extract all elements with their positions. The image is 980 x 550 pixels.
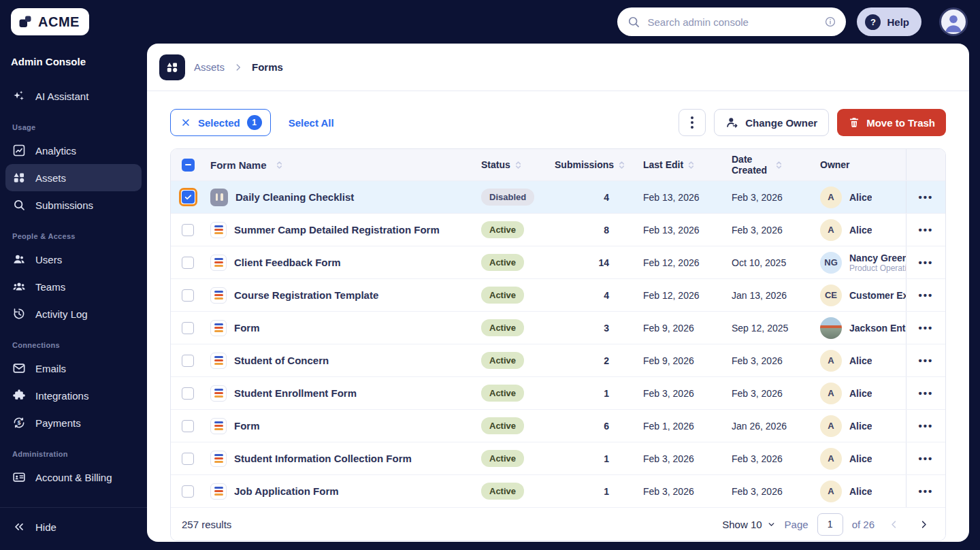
sidebar-item-payments[interactable]: $Payments xyxy=(5,409,142,436)
select-all-checkbox[interactable] xyxy=(182,159,195,172)
mail-icon xyxy=(12,361,26,375)
row-actions-button[interactable]: ••• xyxy=(919,290,934,300)
collapse-icon xyxy=(12,520,26,534)
row-checkbox[interactable] xyxy=(182,289,194,302)
row-actions-button[interactable]: ••• xyxy=(919,453,934,464)
results-count: 257 results xyxy=(182,519,231,530)
change-owner-label: Change Owner xyxy=(745,117,817,129)
row-actions-button[interactable]: ••• xyxy=(919,388,934,398)
next-page-button[interactable] xyxy=(913,519,934,530)
form-name[interactable]: Course Registration Template xyxy=(205,279,470,311)
row-actions-button[interactable]: ••• xyxy=(919,192,934,202)
table-row: Course Registration TemplateActive4Feb 1… xyxy=(171,279,945,312)
sort-icon[interactable] xyxy=(274,160,284,170)
sort-icon[interactable] xyxy=(513,160,523,170)
form-name[interactable]: Client Feedback Form xyxy=(205,246,470,278)
date-created: Sep 12, 2025 xyxy=(722,312,811,344)
form-name[interactable]: Form xyxy=(205,410,470,442)
date-created: Feb 3, 2026 xyxy=(722,344,811,376)
chevron-right-icon xyxy=(233,63,243,72)
move-to-trash-label: Move to Trash xyxy=(866,117,935,129)
form-name[interactable]: Form xyxy=(205,312,470,344)
form-name[interactable]: Summer Camp Detailed Registration Form xyxy=(205,214,470,246)
row-checkbox[interactable] xyxy=(182,224,194,236)
acme-logo[interactable]: ACME xyxy=(11,8,89,35)
row-checkbox[interactable] xyxy=(182,453,194,465)
sort-icon[interactable] xyxy=(617,160,627,170)
breadcrumb-parent[interactable]: Assets xyxy=(194,61,225,73)
info-icon[interactable] xyxy=(824,16,836,28)
clear-selection-button[interactable]: Selected 1 xyxy=(170,109,271,136)
sidebar-item-analytics[interactable]: Analytics xyxy=(5,137,142,164)
row-actions-button[interactable]: ••• xyxy=(919,257,934,268)
change-owner-button[interactable]: Change Owner xyxy=(714,109,829,136)
search-icon xyxy=(627,15,640,29)
submissions-count: 4 xyxy=(545,181,627,213)
user-avatar[interactable] xyxy=(939,7,968,36)
row-checkbox[interactable] xyxy=(182,420,194,432)
form-name[interactable]: Daily Cleaning Checklist xyxy=(205,181,470,213)
teams-icon xyxy=(12,280,26,293)
help-label: Help xyxy=(887,16,909,28)
row-actions-button[interactable]: ••• xyxy=(919,355,934,366)
table-footer: 257 results Show 10 Page of 26 xyxy=(171,508,945,540)
form-name[interactable]: Job Application Form xyxy=(205,475,470,507)
form-name[interactable]: Student of Concern xyxy=(205,344,470,376)
row-checkbox-checked[interactable] xyxy=(179,188,197,206)
move-to-trash-button[interactable]: Move to Trash xyxy=(837,109,946,136)
row-checkbox[interactable] xyxy=(182,387,194,400)
owner-avatar: A xyxy=(820,448,842,470)
form-name[interactable]: Student Information Collection Form xyxy=(205,442,470,474)
owner-cell: AAlice xyxy=(811,344,906,376)
sidebar-item-teams[interactable]: Teams xyxy=(5,273,142,300)
assets-icon xyxy=(159,54,185,80)
sidebar-item-integrations[interactable]: Integrations xyxy=(5,382,142,409)
chevron-down-icon xyxy=(767,520,776,529)
sidebar-item-label: Users xyxy=(35,254,62,265)
row-actions-button[interactable]: ••• xyxy=(919,323,934,333)
search-input[interactable] xyxy=(647,16,817,28)
sidebar-item-account-billing[interactable]: Account & Billing xyxy=(5,464,142,491)
brand-name: ACME xyxy=(38,14,80,30)
row-checkbox[interactable] xyxy=(182,355,194,367)
person-icon xyxy=(942,11,965,34)
show-per-page-select[interactable]: Show 10 xyxy=(722,519,775,530)
svg-text:$: $ xyxy=(18,419,21,426)
magnifier-icon xyxy=(12,198,26,212)
sidebar-hide-button[interactable]: Hide xyxy=(5,513,142,540)
sidebar-item-ai-assistant[interactable]: AI Assistant xyxy=(5,82,142,110)
table-row: Student of ConcernActive2Feb 9, 2026Feb … xyxy=(171,344,945,377)
trash-icon xyxy=(848,116,860,129)
status-badge: Active xyxy=(481,385,524,402)
row-checkbox[interactable] xyxy=(182,322,194,334)
previous-page-button[interactable] xyxy=(883,519,904,530)
row-checkbox[interactable] xyxy=(182,485,194,498)
sidebar-item-emails[interactable]: Emails xyxy=(5,355,142,382)
page-number-input[interactable] xyxy=(817,513,843,536)
sidebar-item-users[interactable]: Users xyxy=(5,246,142,273)
row-actions-button[interactable]: ••• xyxy=(919,421,934,431)
owner-cell: Jackson Enter xyxy=(811,312,906,344)
row-checkbox[interactable] xyxy=(182,257,194,269)
sidebar-item-label: Teams xyxy=(35,281,65,293)
table-row: FormActive3Feb 9, 2026Sep 12, 2025Jackso… xyxy=(171,312,945,344)
sort-icon[interactable] xyxy=(774,160,784,170)
sort-icon[interactable] xyxy=(686,160,696,170)
sidebar-item-activity-log[interactable]: Activity Log xyxy=(5,300,142,327)
table-row: Summer Camp Detailed Registration FormAc… xyxy=(171,214,945,246)
selected-label: Selected xyxy=(198,117,240,129)
status-badge: Disabled xyxy=(481,189,534,206)
show-label: Show 10 xyxy=(722,519,762,530)
sidebar-item-submissions[interactable]: Submissions xyxy=(5,191,142,219)
select-all-link[interactable]: Select All xyxy=(289,117,334,129)
sidebar-item-assets[interactable]: Assets xyxy=(5,164,142,191)
submissions-count: 1 xyxy=(545,377,627,409)
row-actions-button[interactable]: ••• xyxy=(919,486,934,496)
history-icon xyxy=(12,307,26,321)
status-badge: Active xyxy=(481,417,524,434)
row-actions-button[interactable]: ••• xyxy=(919,225,934,235)
last-edit-date: Feb 9, 2026 xyxy=(627,344,722,376)
form-name[interactable]: Student Enrollment Form xyxy=(205,377,470,409)
help-button[interactable]: ? Help xyxy=(857,7,921,36)
more-actions-button[interactable] xyxy=(679,109,706,136)
